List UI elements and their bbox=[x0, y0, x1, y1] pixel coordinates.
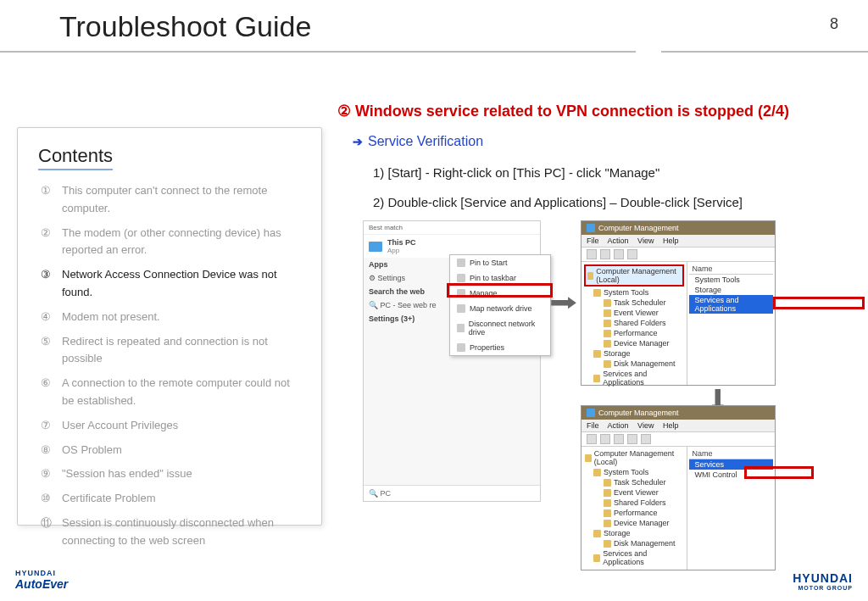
contents-item-5[interactable]: ⑤Redirect is repeated and connection is … bbox=[38, 333, 304, 369]
pin-icon bbox=[457, 274, 465, 282]
menu-view[interactable]: View bbox=[637, 421, 654, 430]
toolbar-icon[interactable] bbox=[600, 434, 610, 444]
toolbar-icon[interactable] bbox=[627, 249, 637, 259]
r-wmi[interactable]: WMI Control bbox=[689, 470, 773, 480]
contents-item-3[interactable]: ③Network Access Connection Device was no… bbox=[38, 266, 304, 302]
contents-item-4[interactable]: ④Modem not present. bbox=[38, 309, 304, 326]
disk-icon bbox=[604, 360, 611, 368]
page-title: Troubleshoot Guide bbox=[59, 10, 851, 43]
tree-disk-mgmt[interactable]: Disk Management bbox=[583, 359, 685, 369]
num-icon: ⑤ bbox=[38, 333, 53, 369]
toolbar-icon[interactable] bbox=[627, 434, 637, 444]
tree-svc-apps[interactable]: Services and Applications bbox=[583, 548, 685, 567]
ctx-pin-start[interactable]: Pin to Start bbox=[450, 255, 550, 270]
tree-task-scheduler[interactable]: Task Scheduler bbox=[583, 477, 685, 487]
device-icon bbox=[604, 520, 611, 527]
page-number: 8 bbox=[830, 15, 838, 33]
num-icon: ⑧ bbox=[38, 442, 53, 459]
pin-icon bbox=[457, 259, 465, 267]
storage-icon bbox=[593, 530, 601, 537]
tree-device-manager[interactable]: Device Manager bbox=[583, 518, 685, 528]
toolbar-icon[interactable] bbox=[587, 249, 597, 259]
col-name: Name bbox=[689, 264, 773, 275]
tree-storage[interactable]: Storage bbox=[583, 528, 685, 538]
contents-item-2[interactable]: ②The modem (or other connecting device) … bbox=[38, 225, 304, 260]
clock-icon bbox=[604, 479, 611, 487]
sub-title: Service Verification bbox=[368, 134, 483, 149]
tree-performance[interactable]: Performance bbox=[583, 328, 685, 338]
window-title: Computer Management bbox=[581, 221, 775, 235]
r-svc-apps[interactable]: Services and Applications bbox=[689, 295, 773, 314]
right-panel: Name Services WMI Control bbox=[687, 447, 775, 570]
device-icon bbox=[604, 340, 611, 348]
logo-hyundai: HYUNDAI MOTOR GROUP bbox=[793, 571, 853, 591]
toolbar-icon[interactable] bbox=[614, 434, 624, 444]
right-panel: Name System Tools Storage Services and A… bbox=[687, 262, 775, 385]
col-name: Name bbox=[689, 448, 773, 459]
menu-help[interactable]: Help bbox=[663, 237, 679, 245]
menu-file[interactable]: File bbox=[587, 421, 599, 430]
toolbar-icon[interactable] bbox=[587, 434, 597, 444]
ctx-pin-taskbar[interactable]: Pin to taskbar bbox=[450, 270, 550, 286]
menu-bar: File Action View Help bbox=[581, 235, 775, 248]
toolbar-icon[interactable] bbox=[614, 249, 624, 259]
contents-item-8[interactable]: ⑧OS Problem bbox=[38, 442, 304, 459]
menu-action[interactable]: Action bbox=[608, 421, 629, 430]
tree-system-tools[interactable]: System Tools bbox=[583, 467, 685, 477]
toolbar-icon[interactable] bbox=[600, 249, 610, 259]
tree-shared-folders[interactable]: Shared Folders bbox=[583, 318, 685, 328]
context-menu: Pin to Start Pin to taskbar Manage Map n… bbox=[449, 254, 551, 356]
ctx-manage[interactable]: Manage bbox=[450, 286, 550, 301]
ctx-properties[interactable]: Properties bbox=[450, 340, 550, 355]
toolbar bbox=[581, 432, 775, 447]
menu-file[interactable]: File bbox=[587, 237, 599, 245]
disk-icon bbox=[604, 540, 611, 548]
screenshot-cm-1: Computer Management File Action View Hel… bbox=[581, 220, 776, 386]
tree-svc-apps[interactable]: Services and Applications bbox=[583, 369, 685, 387]
ctx-map[interactable]: Map network drive bbox=[450, 301, 550, 316]
cm-icon bbox=[585, 454, 592, 462]
drive-icon bbox=[457, 304, 465, 313]
num-icon: ④ bbox=[38, 309, 53, 326]
tree-root[interactable]: Computer Management (Local) bbox=[584, 264, 684, 287]
tree-shared-folders[interactable]: Shared Folders bbox=[583, 498, 685, 508]
contents-heading: Contents bbox=[38, 145, 113, 170]
num-icon: ⑥ bbox=[38, 375, 53, 410]
tree-event-viewer[interactable]: Event Viewer bbox=[583, 308, 685, 318]
r-storage[interactable]: Storage bbox=[689, 285, 773, 295]
svc-icon bbox=[593, 554, 600, 562]
arrow-right-icon: ➡ bbox=[549, 288, 576, 316]
num-icon: ② bbox=[38, 225, 53, 260]
tree-device-manager[interactable]: Device Manager bbox=[583, 338, 685, 348]
tree-storage[interactable]: Storage bbox=[583, 348, 685, 359]
best-match-label: Best match bbox=[364, 221, 540, 235]
toolbar bbox=[581, 248, 775, 262]
contents-item-10[interactable]: ⑩Certificate Problem bbox=[38, 490, 304, 508]
tree-event-viewer[interactable]: Event Viewer bbox=[583, 487, 685, 498]
tree-performance[interactable]: Performance bbox=[583, 508, 685, 518]
search-box[interactable]: 🔍 PC bbox=[364, 485, 540, 501]
cm-icon bbox=[587, 224, 595, 232]
tree-task-scheduler[interactable]: Task Scheduler bbox=[583, 298, 685, 308]
ctx-disconnect[interactable]: Disconnect network drive bbox=[450, 316, 550, 340]
tree-root[interactable]: Computer Management (Local) bbox=[583, 448, 685, 467]
drive-icon bbox=[457, 324, 465, 332]
tree-disk-mgmt[interactable]: Disk Management bbox=[583, 538, 685, 548]
step-2-text: 2) Double-click [Service and Application… bbox=[373, 195, 743, 209]
menu-action[interactable]: Action bbox=[608, 237, 629, 245]
contents-item-9[interactable]: ⑨"Session has ended" issue bbox=[38, 465, 304, 483]
menu-view[interactable]: View bbox=[637, 237, 654, 245]
menu-help[interactable]: Help bbox=[663, 421, 679, 430]
r-system-tools[interactable]: System Tools bbox=[689, 275, 773, 285]
folder-icon bbox=[593, 289, 601, 297]
contents-item-11[interactable]: ⑪Session is continuously disconnected wh… bbox=[38, 515, 304, 550]
contents-list: ①This computer can't connect to the remo… bbox=[38, 182, 304, 550]
toolbar-icon[interactable] bbox=[641, 434, 651, 444]
r-services[interactable]: Services bbox=[689, 459, 773, 470]
contents-item-7[interactable]: ⑦User Account Privileges bbox=[38, 417, 304, 435]
tree-system-tools[interactable]: System Tools bbox=[583, 287, 685, 298]
contents-item-1[interactable]: ①This computer can't connect to the remo… bbox=[38, 182, 304, 218]
svc-apps-highlight-box bbox=[773, 297, 865, 309]
num-icon: ⑩ bbox=[38, 490, 53, 508]
contents-item-6[interactable]: ⑥A connection to the remote computer cou… bbox=[38, 375, 304, 410]
